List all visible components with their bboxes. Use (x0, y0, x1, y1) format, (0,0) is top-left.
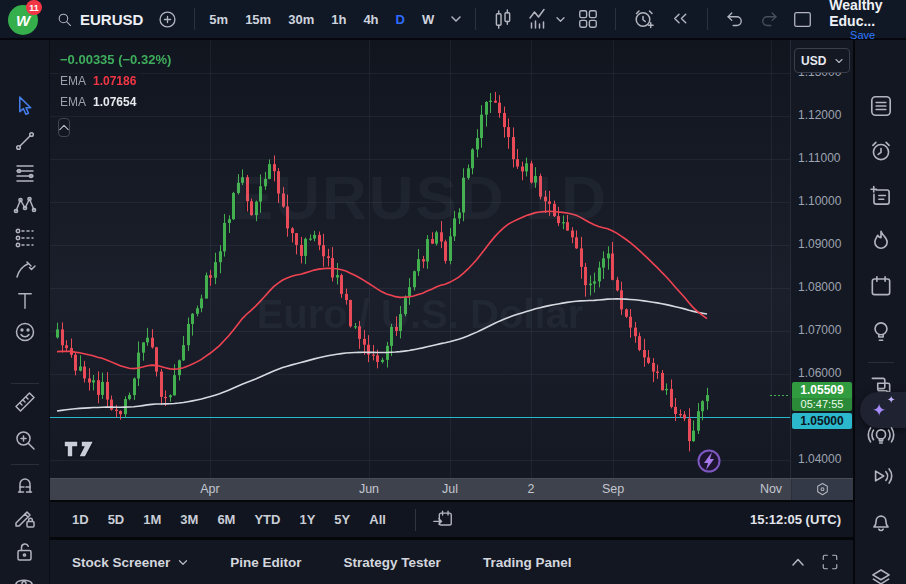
currency-dropdown[interactable]: USD (794, 48, 850, 73)
chevron-down-icon (178, 559, 188, 566)
calendar-button[interactable] (868, 273, 894, 299)
ideas-button[interactable] (868, 318, 894, 344)
tab-stock-screener[interactable]: Stock Screener (72, 555, 188, 570)
timeframe-1h[interactable]: 1h (331, 12, 346, 27)
range-1m[interactable]: 1M (143, 512, 161, 527)
collapse-legend-button[interactable] (58, 118, 70, 137)
ruler-icon (13, 390, 37, 414)
magnet-mode-button[interactable] (13, 472, 37, 496)
stay-in-drawing-mode-button[interactable] (13, 506, 37, 530)
chart-area[interactable]: EURUSD 1D Euro / U.S. Dollar −0.00335 (−… (50, 40, 790, 478)
notes-button[interactable] (868, 183, 894, 209)
search-icon (56, 11, 73, 28)
tab-trading-panel[interactable]: Trading Panel (483, 555, 572, 570)
account-logo[interactable]: W 11 (8, 2, 38, 36)
emoji-tool-button[interactable] (13, 320, 37, 344)
indicators-button[interactable] (521, 3, 571, 35)
ema-label: EMA (60, 95, 86, 109)
chart-pane: EURUSD 1D Euro / U.S. Dollar −0.00335 (−… (50, 40, 853, 584)
tab-pine-editor[interactable]: Pine Editor (230, 555, 301, 570)
alerts-button[interactable] (868, 138, 894, 164)
chevron-down-icon[interactable] (451, 15, 461, 23)
ema-fast-row[interactable]: EMA 1.07186 (58, 72, 142, 90)
lightbulb-waves-icon (867, 423, 895, 449)
price-tick: 1.12000 (798, 108, 841, 122)
bell-icon (868, 508, 894, 534)
timeframe-15m[interactable]: 15m (245, 12, 271, 27)
fib-lines-icon (13, 161, 37, 185)
range-3m[interactable]: 3M (180, 512, 198, 527)
lock-drawings-button[interactable] (13, 540, 37, 564)
ema-slow-row[interactable]: EMA 1.07654 (58, 93, 142, 111)
pattern-tool-button[interactable] (13, 193, 37, 217)
timeframe-5m[interactable]: 5m (209, 12, 228, 27)
price-tick: 1.08000 (798, 280, 841, 294)
live-ideas-button[interactable] (867, 423, 895, 449)
timeframe-1d[interactable]: D (396, 12, 405, 27)
divider (475, 8, 476, 30)
layers-icon (868, 564, 894, 584)
bar-replay-button[interactable] (662, 4, 697, 35)
redo-button[interactable] (752, 4, 786, 34)
timeframe-4h[interactable]: 4h (363, 12, 378, 27)
price-tick: 1.10000 (798, 194, 841, 208)
sparkle-icon: ✦ (887, 394, 895, 405)
trend-line-icon (13, 129, 37, 153)
tab-strategy-tester[interactable]: Strategy Tester (344, 555, 441, 570)
eye-hide-icon (13, 573, 37, 584)
brush-tool-button[interactable] (13, 258, 37, 282)
go-to-date-button[interactable] (426, 505, 460, 535)
hide-drawings-button[interactable] (13, 573, 37, 584)
currency-label: USD (801, 54, 826, 68)
time-tick: 2 (528, 482, 535, 496)
range-ytd[interactable]: YTD (254, 512, 280, 527)
maximize-panel-button[interactable] (821, 553, 839, 571)
price-scale[interactable]: USD 1.13000 1.12000 1.11000 1.10000 1.09… (790, 40, 853, 478)
text-tool-button[interactable] (13, 289, 36, 312)
time-axis[interactable]: Apr Jun Jul 2 Sep Nov (50, 478, 853, 500)
object-tree-button[interactable] (868, 564, 894, 584)
range-5d[interactable]: 5D (108, 512, 125, 527)
fib-retracement-tool-button[interactable] (13, 161, 37, 185)
undo-button[interactable] (718, 4, 752, 34)
compare-add-symbol-button[interactable] (151, 5, 184, 34)
tradingview-app: W 11 EURUSD 5m 15m 30m 1h 4h D W (0, 0, 906, 584)
tradingview-logo[interactable] (62, 438, 98, 464)
timeframe-30m[interactable]: 30m (288, 12, 314, 27)
ema-label: EMA (60, 74, 86, 88)
scale-settings-button[interactable] (791, 479, 853, 500)
trend-line-tool-button[interactable] (13, 129, 37, 153)
layout-grid-button[interactable] (571, 4, 605, 34)
pencil-lock-icon (13, 506, 37, 530)
range-6m[interactable]: 6M (217, 512, 235, 527)
range-5y[interactable]: 5Y (334, 512, 350, 527)
notifications-button[interactable] (868, 508, 894, 534)
timeframe-1w[interactable]: W (422, 12, 434, 27)
create-alert-button[interactable] (626, 3, 662, 35)
time-tick: Jul (442, 482, 458, 496)
watchlist-button[interactable] (868, 93, 894, 119)
brush-icon (13, 258, 37, 282)
collapse-panel-button[interactable] (791, 557, 805, 567)
hotlists-button[interactable] (868, 228, 894, 254)
date-range-bar: 1D 5D 1M 3M 6M YTD 1Y 5Y All 15:12:05 (U… (50, 500, 853, 537)
utc-clock[interactable]: 15:12:05 (UTC) (750, 512, 841, 527)
flame-icon (868, 228, 894, 254)
projection-tool-button[interactable] (13, 226, 37, 250)
streams-button[interactable] (868, 463, 894, 489)
chart-type-button[interactable] (486, 4, 521, 35)
cursor-tool-button[interactable] (12, 94, 37, 119)
measure-tool-button[interactable] (13, 390, 37, 414)
range-all[interactable]: All (369, 512, 386, 527)
symbol-name: EURUSD (80, 11, 143, 28)
divider (707, 8, 708, 30)
replay-rewind-icon (668, 8, 691, 31)
notes-plus-icon (868, 183, 894, 209)
zoom-in-tool-button[interactable] (13, 428, 37, 452)
range-1y[interactable]: 1Y (299, 512, 315, 527)
save-layout-thumbnail-button[interactable] (786, 6, 819, 33)
symbol-search[interactable]: EURUSD (48, 7, 151, 32)
sparkle-icon: ✦ (872, 400, 886, 421)
range-1d[interactable]: 1D (72, 512, 89, 527)
layout-name-save[interactable]: Wealthy Educ... Save (829, 0, 896, 41)
